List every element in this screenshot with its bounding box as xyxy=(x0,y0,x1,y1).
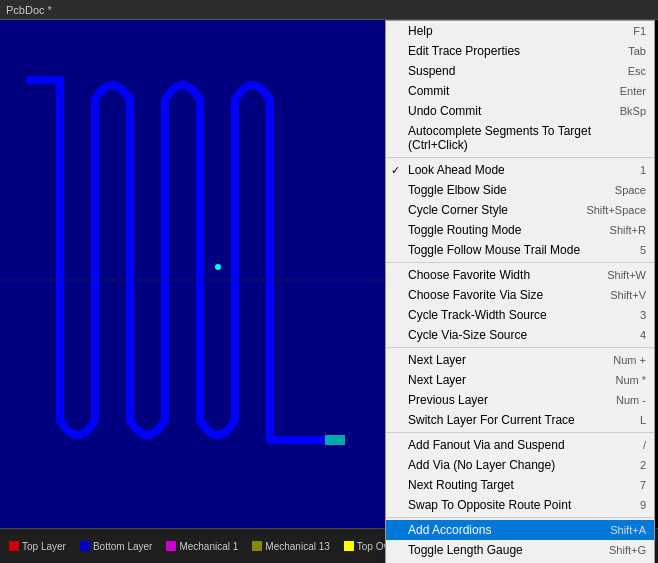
menu-item-label: Previous Layer xyxy=(408,393,488,407)
menu-item-label: Commit xyxy=(408,84,449,98)
menu-item-shortcut: Shift+G xyxy=(609,544,646,556)
menu-item-label: Toggle Follow Mouse Trail Mode xyxy=(408,243,580,257)
menu-item-shortcut: / xyxy=(643,439,646,451)
menu-item-prev-layer[interactable]: Previous LayerNum - xyxy=(386,390,654,410)
menu-item-label: Cycle Via-Size Source xyxy=(408,328,527,342)
menu-item-shortcut: Shift+R xyxy=(610,224,646,236)
menu-item-add-via[interactable]: Add Via (No Layer Change)2 xyxy=(386,455,654,475)
menu-item-shortcut: Enter xyxy=(620,85,646,97)
menu-item-shortcut: 7 xyxy=(640,479,646,491)
menu-item-shortcut: Esc xyxy=(628,65,646,77)
pcb-canvas xyxy=(0,20,390,528)
menu-item-switch-layer[interactable]: Switch Layer For Current TraceL xyxy=(386,410,654,430)
cursor-indicator xyxy=(215,264,221,270)
layer-tab-bottom-layer[interactable]: Bottom Layer xyxy=(75,539,157,554)
menu-item-shortcut: Shift+V xyxy=(610,289,646,301)
menu-separator xyxy=(386,517,654,518)
menu-item-help[interactable]: HelpF1 xyxy=(386,21,654,41)
layer-tab-mech1[interactable]: Mechanical 1 xyxy=(161,539,243,554)
menu-separator xyxy=(386,432,654,433)
menu-item-cycle-track-width[interactable]: Cycle Track-Width Source3 xyxy=(386,305,654,325)
menu-item-next-layer-plus[interactable]: Next LayerNum + xyxy=(386,350,654,370)
menu-item-add-accordions[interactable]: Add AccordionsShift+A xyxy=(386,520,654,540)
menu-item-swap-route[interactable]: Swap To Opposite Route Point9 xyxy=(386,495,654,515)
menu-item-label: Toggle Routing Mode xyxy=(408,223,521,237)
menu-item-label: Cycle Corner Style xyxy=(408,203,508,217)
menu-separator xyxy=(386,262,654,263)
menu-item-toggle-length-gauge[interactable]: Toggle Length GaugeShift+G xyxy=(386,540,654,560)
layer-color-swatch xyxy=(80,541,90,551)
title-text: PcbDoc * xyxy=(6,4,52,16)
menu-checkmark: ✓ xyxy=(391,164,400,177)
menu-item-shortcut: Num * xyxy=(615,374,646,386)
menu-item-shortcut: BkSp xyxy=(620,105,646,117)
menu-item-label: Swap To Opposite Route Point xyxy=(408,498,571,512)
menu-item-next-layer-star[interactable]: Next LayerNum * xyxy=(386,370,654,390)
menu-item-shortcut: Num + xyxy=(613,354,646,366)
pcb-svg xyxy=(0,20,390,528)
menu-item-suspend[interactable]: SuspendEsc xyxy=(386,61,654,81)
layer-label: Mechanical 1 xyxy=(179,541,238,552)
menu-item-label: Suspend xyxy=(408,64,455,78)
title-bar: PcbDoc * xyxy=(0,0,658,20)
layer-tab-top-layer[interactable]: Top Layer xyxy=(4,539,71,554)
menu-separator xyxy=(386,157,654,158)
menu-item-label: Undo Commit xyxy=(408,104,481,118)
layer-label: Top Layer xyxy=(22,541,66,552)
menu-item-label: Toggle Elbow Side xyxy=(408,183,507,197)
menu-item-edit-trace-properties[interactable]: Edit Trace PropertiesTab xyxy=(386,41,654,61)
menu-item-label: Autocomplete Segments To Target (Ctrl+Cl… xyxy=(408,124,646,152)
menu-item-shortcut: Tab xyxy=(628,45,646,57)
menu-item-shortcut: 3 xyxy=(640,309,646,321)
menu-item-label: Choose Favorite Width xyxy=(408,268,530,282)
menu-item-next-routing[interactable]: Next Routing Target7 xyxy=(386,475,654,495)
context-menu: HelpF1Edit Trace PropertiesTabSuspendEsc… xyxy=(385,20,655,563)
menu-item-shortcut: Shift+W xyxy=(607,269,646,281)
menu-item-label: Next Routing Target xyxy=(408,478,514,492)
menu-item-label: Choose Favorite Via Size xyxy=(408,288,543,302)
menu-item-commit[interactable]: CommitEnter xyxy=(386,81,654,101)
layer-color-swatch xyxy=(9,541,19,551)
menu-item-toggle-elbow[interactable]: Toggle Elbow SideSpace xyxy=(386,180,654,200)
menu-item-label: Cycle Track-Width Source xyxy=(408,308,547,322)
layer-label: Mechanical 13 xyxy=(265,541,329,552)
menu-item-toggle-mouse-trail[interactable]: Toggle Follow Mouse Trail Mode5 xyxy=(386,240,654,260)
menu-item-label: Help xyxy=(408,24,433,38)
menu-item-shortcut: 2 xyxy=(640,459,646,471)
svg-rect-12 xyxy=(325,435,345,445)
menu-item-label: Add Accordions xyxy=(408,523,491,537)
layer-tab-mech13[interactable]: Mechanical 13 xyxy=(247,539,334,554)
menu-item-label: Look Ahead Mode xyxy=(408,163,505,177)
layer-color-swatch xyxy=(166,541,176,551)
menu-item-shortcut: 9 xyxy=(640,499,646,511)
menu-item-autocomplete[interactable]: Autocomplete Segments To Target (Ctrl+Cl… xyxy=(386,121,654,155)
menu-item-choose-fav-via[interactable]: Choose Favorite Via SizeShift+V xyxy=(386,285,654,305)
menu-item-shortcut: F1 xyxy=(633,25,646,37)
layer-label: Bottom Layer xyxy=(93,541,152,552)
menu-item-add-fanout[interactable]: Add Fanout Via and Suspend/ xyxy=(386,435,654,455)
menu-item-label: Add Fanout Via and Suspend xyxy=(408,438,565,452)
menu-item-shortcut: 4 xyxy=(640,329,646,341)
menu-item-toggle-routing[interactable]: Toggle Routing ModeShift+R xyxy=(386,220,654,240)
menu-item-label: Toggle Length Gauge xyxy=(408,543,523,557)
menu-separator xyxy=(386,347,654,348)
menu-item-shortcut: Num - xyxy=(616,394,646,406)
menu-item-look-ahead[interactable]: ✓Look Ahead Mode1 xyxy=(386,160,654,180)
menu-item-undo-commit[interactable]: Undo CommitBkSp xyxy=(386,101,654,121)
menu-item-shortcut: L xyxy=(640,414,646,426)
menu-item-label: Next Layer xyxy=(408,373,466,387)
layer-color-swatch xyxy=(252,541,262,551)
menu-item-cycle-corner[interactable]: Cycle Corner StyleShift+Space xyxy=(386,200,654,220)
menu-item-label: Add Via (No Layer Change) xyxy=(408,458,555,472)
menu-item-shortcut: Space xyxy=(615,184,646,196)
menu-item-shortcut: Shift+A xyxy=(610,524,646,536)
menu-item-choose-fav-width[interactable]: Choose Favorite WidthShift+W xyxy=(386,265,654,285)
main-container: PcbDoc * xyxy=(0,0,658,563)
menu-item-label: Edit Trace Properties xyxy=(408,44,520,58)
menu-item-cycle-via-size[interactable]: Cycle Via-Size Source4 xyxy=(386,325,654,345)
menu-item-label: Next Layer xyxy=(408,353,466,367)
menu-item-shortcut: Shift+Space xyxy=(586,204,646,216)
menu-item-label: Switch Layer For Current Trace xyxy=(408,413,575,427)
layer-color-swatch xyxy=(344,541,354,551)
menu-item-shortcut: 5 xyxy=(640,244,646,256)
